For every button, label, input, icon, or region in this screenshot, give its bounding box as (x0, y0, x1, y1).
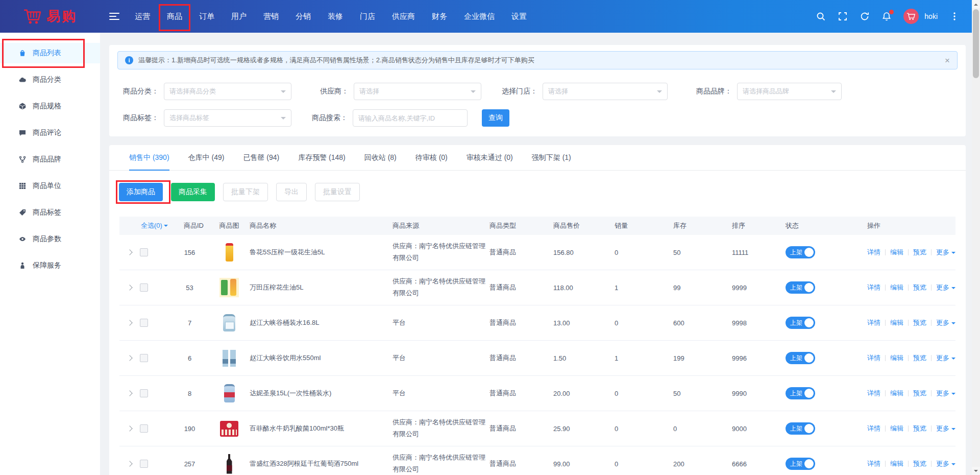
add-product-button[interactable]: 添加商品 (119, 183, 163, 201)
sidebar-item-商品评论[interactable]: 商品评论 (0, 123, 100, 143)
batch-settings-button[interactable]: 批量设置 (315, 183, 360, 201)
action-preview[interactable]: 预览 (913, 459, 926, 468)
action-detail[interactable]: 详情 (867, 459, 880, 468)
scroll-up-arrow[interactable] (972, 0, 980, 8)
action-detail[interactable]: 详情 (867, 389, 880, 398)
expand-chevron-icon[interactable] (127, 390, 132, 396)
filter-select[interactable]: 选择商品标签 (164, 109, 291, 127)
action-edit[interactable]: 编辑 (890, 459, 903, 468)
action-detail[interactable]: 详情 (867, 424, 880, 433)
tab-审核未通过 (0)[interactable]: 审核未通过 (0) (467, 153, 513, 171)
row-checkbox[interactable] (140, 354, 148, 362)
fullscreen-icon[interactable] (838, 11, 848, 21)
tab-已售罄 (94)[interactable]: 已售罄 (94) (243, 153, 279, 171)
tab-销售中 (390)[interactable]: 销售中 (390) (129, 153, 169, 171)
tab-库存预警 (148)[interactable]: 库存预警 (148) (298, 153, 346, 171)
action-more[interactable]: 更多 (936, 424, 955, 433)
tab-强制下架 (1)[interactable]: 强制下架 (1) (532, 153, 571, 171)
action-preview[interactable]: 预览 (913, 424, 926, 433)
nav-item-分销[interactable]: 分销 (296, 11, 311, 22)
sidebar-item-商品标签[interactable]: 商品标签 (0, 202, 100, 223)
kebab-menu-icon[interactable] (949, 11, 960, 21)
tab-待审核 (0)[interactable]: 待审核 (0) (415, 153, 448, 171)
menu-collapse-icon[interactable] (109, 13, 119, 20)
row-checkbox[interactable] (140, 319, 148, 327)
nav-item-商品[interactable]: 商品 (167, 11, 182, 22)
filter-select[interactable]: 请选择商品分类 (164, 83, 291, 100)
action-edit[interactable]: 编辑 (890, 389, 903, 398)
action-edit[interactable]: 编辑 (890, 353, 903, 363)
nav-item-企业微信[interactable]: 企业微信 (464, 11, 495, 22)
action-preview[interactable]: 预览 (913, 353, 926, 363)
filter-select[interactable]: 请选择 (543, 83, 668, 100)
status-toggle[interactable]: 上架 (786, 387, 815, 399)
sidebar-item-保障服务[interactable]: 保障服务 (0, 255, 100, 276)
status-toggle[interactable]: 上架 (786, 422, 815, 435)
nav-item-运营[interactable]: 运营 (135, 11, 150, 22)
collect-product-button[interactable]: 商品采集 (171, 183, 215, 201)
action-preview[interactable]: 预览 (913, 248, 926, 257)
nav-item-用户[interactable]: 用户 (231, 11, 247, 22)
scroll-down-arrow[interactable] (972, 467, 980, 475)
expand-chevron-icon[interactable] (127, 284, 132, 290)
action-more[interactable]: 更多 (936, 389, 955, 398)
action-detail[interactable]: 详情 (867, 318, 880, 327)
status-toggle[interactable]: 上架 (786, 458, 815, 470)
action-detail[interactable]: 详情 (867, 283, 880, 292)
action-edit[interactable]: 编辑 (890, 248, 903, 257)
sidebar-item-商品参数[interactable]: 商品参数 (0, 229, 100, 249)
action-preview[interactable]: 预览 (913, 283, 926, 292)
action-edit[interactable]: 编辑 (890, 318, 903, 327)
refresh-icon[interactable] (860, 11, 870, 21)
row-checkbox[interactable] (140, 389, 148, 397)
search-icon[interactable] (816, 11, 826, 21)
nav-item-供应商[interactable]: 供应商 (392, 11, 415, 22)
row-checkbox[interactable] (140, 248, 148, 256)
sidebar-item-商品单位[interactable]: 商品单位 (0, 176, 100, 196)
status-toggle[interactable]: 上架 (786, 281, 815, 294)
sidebar-item-商品品牌[interactable]: 商品品牌 (0, 149, 100, 170)
action-more[interactable]: 更多 (936, 318, 955, 327)
tab-回收站 (8)[interactable]: 回收站 (8) (364, 153, 397, 171)
action-edit[interactable]: 编辑 (890, 283, 903, 292)
page-scrollbar[interactable] (972, 0, 980, 475)
scrollbar-thumb[interactable] (973, 9, 979, 78)
row-checkbox[interactable] (140, 460, 148, 468)
bell-icon[interactable] (881, 11, 892, 21)
status-toggle[interactable]: 上架 (786, 317, 815, 329)
sidebar-item-商品分类[interactable]: 商品分类 (0, 69, 100, 90)
batch-off-shelf-button[interactable]: 批量下架 (223, 183, 268, 201)
select-all[interactable]: 全选(0) (119, 221, 170, 230)
action-preview[interactable]: 预览 (913, 318, 926, 327)
status-toggle[interactable]: 上架 (786, 246, 815, 258)
action-detail[interactable]: 详情 (867, 248, 880, 257)
filter-select[interactable]: 请选择 (354, 83, 481, 100)
expand-chevron-icon[interactable] (127, 355, 132, 361)
close-icon[interactable]: × (945, 56, 950, 65)
row-checkbox[interactable] (140, 424, 148, 433)
action-more[interactable]: 更多 (936, 283, 955, 292)
action-more[interactable]: 更多 (936, 459, 955, 468)
export-button[interactable]: 导出 (276, 183, 307, 201)
expand-chevron-icon[interactable] (127, 461, 132, 466)
action-edit[interactable]: 编辑 (890, 424, 903, 433)
sidebar-item-商品规格[interactable]: 商品规格 (0, 96, 100, 116)
expand-chevron-icon[interactable] (127, 320, 132, 325)
username[interactable]: hoki (924, 12, 938, 20)
search-input[interactable] (353, 109, 468, 127)
tab-仓库中 (49)[interactable]: 仓库中 (49) (188, 153, 225, 171)
filter-select[interactable]: 请选择商品品牌 (737, 83, 842, 100)
row-checkbox[interactable] (140, 283, 148, 292)
app-logo[interactable]: 易购 (0, 7, 100, 26)
expand-chevron-icon[interactable] (127, 249, 132, 255)
expand-chevron-icon[interactable] (127, 425, 132, 431)
action-more[interactable]: 更多 (936, 353, 955, 363)
nav-item-设置[interactable]: 设置 (511, 11, 527, 22)
nav-item-订单[interactable]: 订单 (199, 11, 214, 22)
nav-item-营销[interactable]: 营销 (263, 11, 279, 22)
sidebar-item-商品列表[interactable]: 商品列表 (0, 43, 100, 63)
action-more[interactable]: 更多 (936, 248, 955, 257)
action-preview[interactable]: 预览 (913, 389, 926, 398)
nav-item-财务[interactable]: 财务 (432, 11, 447, 22)
nav-item-门店[interactable]: 门店 (360, 11, 375, 22)
